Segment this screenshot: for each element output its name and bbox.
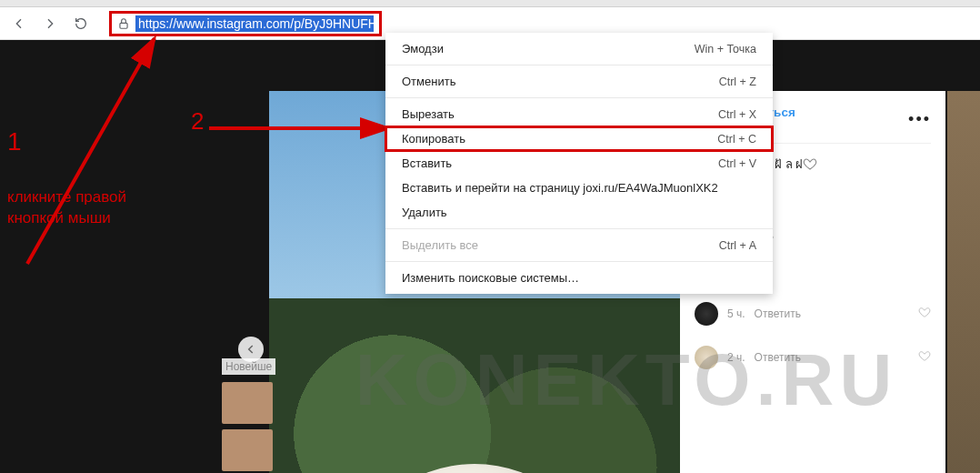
ctx-emoji[interactable]: ЭмодзиWin + Точка xyxy=(385,36,773,61)
address-bar[interactable]: https://www.instagram.com/p/ByJ9HNUFHP9/ xyxy=(109,11,382,36)
url-text: https://www.instagram.com/p/ByJ9HNUFHP9/ xyxy=(135,15,374,32)
reload-button[interactable] xyxy=(69,12,93,35)
comment-row: 2 ч.Ответить xyxy=(695,346,931,369)
ctx-delete[interactable]: Удалить xyxy=(385,200,773,225)
back-button[interactable] xyxy=(7,12,31,35)
ctx-paste[interactable]: ВставитьCtrl + V xyxy=(385,151,773,176)
svg-rect-0 xyxy=(120,23,127,28)
reply-link[interactable]: Ответить xyxy=(755,351,801,364)
ctx-paste-go[interactable]: Вставить и перейти на страницу joxi.ru/E… xyxy=(385,176,773,200)
forward-button[interactable] xyxy=(38,12,62,35)
like-icon[interactable] xyxy=(918,349,931,366)
annotation-step2-number: 2 xyxy=(191,107,204,136)
like-icon[interactable] xyxy=(803,156,817,175)
annotation-step1-number: 1 xyxy=(7,127,22,156)
more-options-button[interactable]: ••• xyxy=(908,110,931,129)
ctx-cut[interactable]: ВырезатьCtrl + X xyxy=(385,102,773,126)
reply-link[interactable]: Ответить xyxy=(755,307,801,320)
ctx-search-engines[interactable]: Изменить поисковые системы… xyxy=(385,266,773,290)
annotation-step1-text: кликните правой кнопкой мыши xyxy=(7,187,126,229)
thumbnail-strip[interactable] xyxy=(222,382,273,473)
context-menu: ЭмодзиWin + Точка ОтменитьCtrl + Z Вырез… xyxy=(385,33,773,294)
right-thumbnail-rail xyxy=(947,91,980,473)
ctx-copy[interactable]: КопироватьCtrl + C xyxy=(385,126,773,151)
avatar[interactable] xyxy=(695,302,718,326)
like-icon[interactable] xyxy=(918,306,931,322)
avatar[interactable] xyxy=(695,346,718,369)
ctx-undo[interactable]: ОтменитьCtrl + Z xyxy=(385,69,773,94)
tab-strip xyxy=(0,0,980,7)
ctx-select-all[interactable]: Выделить всеCtrl + A xyxy=(385,233,773,257)
lock-icon xyxy=(117,17,130,30)
comment-row: 5 ч.Ответить xyxy=(695,302,931,326)
newest-label: Новейше xyxy=(222,358,275,375)
